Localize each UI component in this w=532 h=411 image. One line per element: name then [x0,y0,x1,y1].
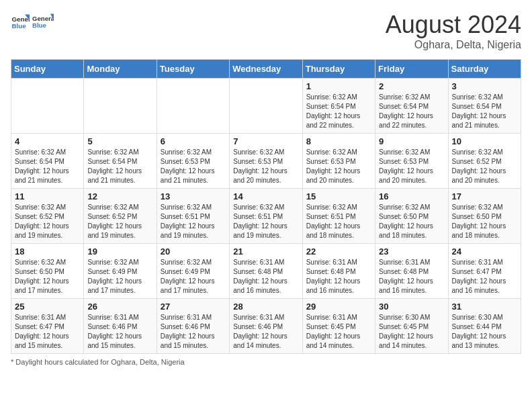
calendar-week-3: 11Sunrise: 6:32 AM Sunset: 6:52 PM Dayli… [11,189,521,244]
calendar-cell: 17Sunrise: 6:32 AM Sunset: 6:50 PM Dayli… [448,189,521,244]
month-year-title: August 2024 [386,11,521,39]
logo: General Blue General Blue [11,11,54,32]
calendar-cell: 12Sunrise: 6:32 AM Sunset: 6:52 PM Dayli… [84,189,157,244]
day-number: 4 [15,136,80,146]
calendar-cell: 6Sunrise: 6:32 AM Sunset: 6:53 PM Daylig… [157,134,229,189]
calendar-cell: 8Sunrise: 6:32 AM Sunset: 6:53 PM Daylig… [302,134,375,189]
calendar-cell: 14Sunrise: 6:32 AM Sunset: 6:51 PM Dayli… [230,189,302,244]
day-info: Sunrise: 6:32 AM Sunset: 6:54 PM Dayligh… [452,93,517,130]
day-info: Sunrise: 6:32 AM Sunset: 6:54 PM Dayligh… [15,148,80,185]
calendar-cell: 29Sunrise: 6:31 AM Sunset: 6:45 PM Dayli… [302,299,375,354]
calendar-cell [157,79,229,134]
day-number: 1 [306,81,371,91]
day-info: Sunrise: 6:32 AM Sunset: 6:49 PM Dayligh… [161,258,226,295]
day-info: Sunrise: 6:31 AM Sunset: 6:46 PM Dayligh… [233,313,298,351]
day-number: 28 [233,302,298,312]
day-number: 14 [233,191,298,201]
day-number: 7 [233,136,298,146]
day-number: 10 [452,136,517,146]
day-number: 3 [452,81,517,91]
header-thursday: Thursday [302,60,375,79]
day-info: Sunrise: 6:32 AM Sunset: 6:54 PM Dayligh… [87,148,152,185]
day-info: Sunrise: 6:30 AM Sunset: 6:45 PM Dayligh… [379,313,444,351]
day-info: Sunrise: 6:31 AM Sunset: 6:48 PM Dayligh… [306,258,371,295]
calendar-cell: 3Sunrise: 6:32 AM Sunset: 6:54 PM Daylig… [448,79,521,134]
calendar-week-5: 25Sunrise: 6:31 AM Sunset: 6:47 PM Dayli… [11,299,521,354]
calendar-cell: 26Sunrise: 6:31 AM Sunset: 6:46 PM Dayli… [84,299,157,354]
header-monday: Monday [84,60,157,79]
calendar-cell: 5Sunrise: 6:32 AM Sunset: 6:54 PM Daylig… [84,134,157,189]
day-info: Sunrise: 6:31 AM Sunset: 6:46 PM Dayligh… [161,313,226,351]
day-info: Sunrise: 6:32 AM Sunset: 6:51 PM Dayligh… [233,203,298,240]
day-info: Sunrise: 6:31 AM Sunset: 6:45 PM Dayligh… [306,313,371,351]
calendar-cell: 23Sunrise: 6:31 AM Sunset: 6:48 PM Dayli… [375,244,448,299]
day-info: Sunrise: 6:32 AM Sunset: 6:50 PM Dayligh… [15,258,80,295]
header-friday: Friday [375,60,448,79]
day-info: Sunrise: 6:31 AM Sunset: 6:48 PM Dayligh… [379,258,444,295]
calendar-cell: 10Sunrise: 6:32 AM Sunset: 6:52 PM Dayli… [448,134,521,189]
svg-text:Blue: Blue [32,21,46,29]
day-number: 26 [87,302,152,312]
calendar-cell [230,79,302,134]
header-wednesday: Wednesday [230,60,302,79]
day-info: Sunrise: 6:30 AM Sunset: 6:44 PM Dayligh… [452,313,517,351]
day-info: Sunrise: 6:32 AM Sunset: 6:52 PM Dayligh… [87,203,152,240]
day-number: 30 [379,302,444,312]
day-number: 31 [452,302,517,312]
day-info: Sunrise: 6:31 AM Sunset: 6:47 PM Dayligh… [452,258,517,295]
calendar-cell [84,79,157,134]
day-number: 11 [15,191,80,201]
day-number: 17 [452,191,517,201]
day-info: Sunrise: 6:32 AM Sunset: 6:53 PM Dayligh… [306,148,371,185]
calendar-cell: 9Sunrise: 6:32 AM Sunset: 6:53 PM Daylig… [375,134,448,189]
day-number: 29 [306,302,371,312]
logo-icon: General Blue [11,12,30,31]
day-info: Sunrise: 6:32 AM Sunset: 6:53 PM Dayligh… [233,148,298,185]
calendar-week-4: 18Sunrise: 6:32 AM Sunset: 6:50 PM Dayli… [11,244,521,299]
title-area: August 2024 Oghara, Delta, Nigeria [386,11,521,51]
calendar-cell: 20Sunrise: 6:32 AM Sunset: 6:49 PM Dayli… [157,244,229,299]
header-saturday: Saturday [448,60,521,79]
day-number: 2 [379,81,444,91]
day-info: Sunrise: 6:31 AM Sunset: 6:48 PM Dayligh… [233,258,298,295]
day-number: 27 [161,302,226,312]
header-tuesday: Tuesday [157,60,229,79]
day-info: Sunrise: 6:32 AM Sunset: 6:51 PM Dayligh… [306,203,371,240]
day-number: 13 [161,191,226,201]
calendar-cell [11,79,84,134]
logo-bird-icon: General Blue [32,11,54,32]
day-number: 16 [379,191,444,201]
day-info: Sunrise: 6:32 AM Sunset: 6:52 PM Dayligh… [15,203,80,240]
day-info: Sunrise: 6:32 AM Sunset: 6:52 PM Dayligh… [452,148,517,185]
day-number: 23 [379,246,444,257]
calendar-cell: 13Sunrise: 6:32 AM Sunset: 6:51 PM Dayli… [157,189,229,244]
day-number: 19 [87,246,152,257]
calendar-cell: 7Sunrise: 6:32 AM Sunset: 6:53 PM Daylig… [230,134,302,189]
day-info: Sunrise: 6:31 AM Sunset: 6:46 PM Dayligh… [87,313,152,351]
day-info: Sunrise: 6:32 AM Sunset: 6:51 PM Dayligh… [161,203,226,240]
day-number: 24 [452,246,517,257]
footer-note: * Daylight hours calculated for Oghara, … [11,358,521,366]
calendar-cell: 28Sunrise: 6:31 AM Sunset: 6:46 PM Dayli… [230,299,302,354]
svg-text:Blue: Blue [11,22,26,30]
calendar-cell: 19Sunrise: 6:32 AM Sunset: 6:49 PM Dayli… [84,244,157,299]
day-number: 20 [161,246,226,257]
calendar-table: Sunday Monday Tuesday Wednesday Thursday… [11,59,521,354]
day-info: Sunrise: 6:32 AM Sunset: 6:49 PM Dayligh… [87,258,152,295]
day-info: Sunrise: 6:32 AM Sunset: 6:50 PM Dayligh… [379,203,444,240]
page-header: General Blue General Blue August 2024 Og… [11,11,521,51]
day-number: 12 [87,191,152,201]
calendar-header-row: Sunday Monday Tuesday Wednesday Thursday… [11,60,521,79]
calendar-cell: 30Sunrise: 6:30 AM Sunset: 6:45 PM Dayli… [375,299,448,354]
day-info: Sunrise: 6:31 AM Sunset: 6:47 PM Dayligh… [15,313,80,351]
calendar-cell: 27Sunrise: 6:31 AM Sunset: 6:46 PM Dayli… [157,299,229,354]
day-info: Sunrise: 6:32 AM Sunset: 6:54 PM Dayligh… [379,93,444,130]
day-info: Sunrise: 6:32 AM Sunset: 6:54 PM Dayligh… [306,93,371,130]
day-info: Sunrise: 6:32 AM Sunset: 6:53 PM Dayligh… [379,148,444,185]
calendar-cell: 1Sunrise: 6:32 AM Sunset: 6:54 PM Daylig… [302,79,375,134]
day-number: 25 [15,302,80,312]
location-subtitle: Oghara, Delta, Nigeria [386,39,521,51]
calendar-week-2: 4Sunrise: 6:32 AM Sunset: 6:54 PM Daylig… [11,134,521,189]
calendar-cell: 18Sunrise: 6:32 AM Sunset: 6:50 PM Dayli… [11,244,84,299]
day-number: 18 [15,246,80,257]
